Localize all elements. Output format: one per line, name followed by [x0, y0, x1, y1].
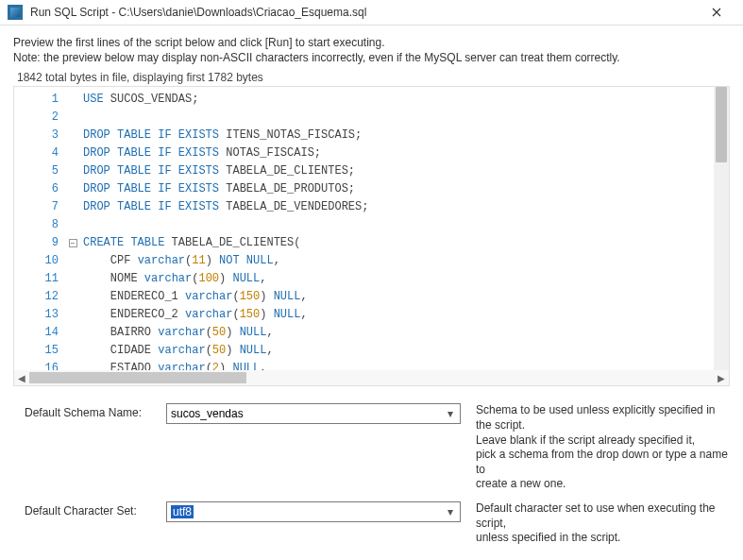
chevron-down-icon: ▾ — [443, 504, 458, 519]
preview-note: Preview the first lines of the script be… — [13, 35, 730, 65]
fold-row — [66, 270, 79, 288]
line-number: 14 — [14, 324, 59, 342]
titlebar: Run SQL Script - C:\Users\danie\Download… — [0, 0, 743, 25]
line-number: 6 — [14, 180, 59, 198]
charset-row: Default Character Set: utf8 ▾ Default ch… — [25, 501, 730, 546]
schema-select-value: sucos_vendas — [171, 407, 244, 420]
fold-toggle-icon[interactable]: − — [69, 239, 77, 247]
dialog-buttons: Run Cancel — [0, 555, 743, 560]
line-number: 11 — [14, 270, 59, 288]
code-line: BAIRRO varchar(50) NULL, — [83, 324, 714, 342]
fold-row: − — [66, 234, 79, 252]
schema-label: Default Schema Name: — [25, 403, 166, 419]
line-number: 5 — [14, 162, 59, 180]
sql-preview-editor: 12345678910111213141516 − USE SUCOS_VEND… — [13, 86, 730, 386]
chevron-down-icon: ▾ — [443, 406, 458, 421]
charset-label: Default Character Set: — [25, 501, 166, 518]
code-line: CREATE TABLE TABELA_DE_CLIENTES( — [83, 234, 714, 252]
line-number: 12 — [14, 288, 59, 306]
fold-row — [66, 216, 79, 234]
fold-row — [66, 127, 79, 144]
fold-row — [66, 306, 79, 324]
line-number: 10 — [14, 252, 59, 270]
byte-info: 1842 total bytes in file, displaying fir… — [13, 71, 730, 84]
code-line: DROP TABLE IF EXISTS NOTAS_FISCAIS; — [83, 144, 714, 162]
code-line: CIDADE varchar(50) NULL, — [83, 342, 714, 360]
fold-row — [66, 198, 79, 216]
line-number: 9 — [14, 234, 59, 252]
code-line — [83, 109, 714, 127]
note-line-2: Note: the preview below may display non-… — [13, 50, 730, 65]
window-title: Run SQL Script - C:\Users\danie\Download… — [30, 6, 698, 19]
line-number: 15 — [14, 342, 59, 360]
app-icon — [8, 5, 23, 20]
charset-select[interactable]: utf8 ▾ — [166, 501, 461, 522]
line-number-gutter: 12345678910111213141516 — [14, 87, 66, 370]
fold-column: − — [66, 87, 79, 370]
fold-row — [66, 324, 79, 342]
horizontal-scrollbar[interactable]: ◀ ▶ — [14, 370, 729, 385]
code-line: ENDERECO_2 varchar(150) NULL, — [83, 306, 714, 324]
charset-help: Default character set to use when execut… — [461, 501, 730, 546]
line-number: 16 — [14, 360, 59, 370]
scroll-right-arrow[interactable]: ▶ — [714, 370, 729, 385]
code-line: ENDERECO_1 varchar(150) NULL, — [83, 288, 714, 306]
fold-row — [66, 91, 79, 109]
code-line: DROP TABLE IF EXISTS TABELA_DE_CLIENTES; — [83, 162, 714, 180]
line-number: 7 — [14, 198, 59, 216]
line-number: 13 — [14, 306, 59, 324]
code-line: NOME varchar(100) NULL, — [83, 270, 714, 288]
code-line: DROP TABLE IF EXISTS TABELA_DE_VENDEDORE… — [83, 198, 714, 216]
schema-row: Default Schema Name: sucos_vendas ▾ Sche… — [25, 403, 730, 492]
note-line-1: Preview the first lines of the script be… — [13, 35, 730, 50]
form-area: Default Schema Name: sucos_vendas ▾ Sche… — [13, 386, 730, 554]
dialog-content: Preview the first lines of the script be… — [0, 25, 743, 555]
fold-row — [66, 360, 79, 370]
code-line: USE SUCOS_VENDAS; — [83, 91, 714, 109]
close-button[interactable] — [698, 0, 735, 25]
code-line: CPF varchar(11) NOT NULL, — [83, 252, 714, 270]
code-line — [83, 216, 714, 234]
vertical-scrollbar[interactable] — [714, 87, 729, 370]
fold-row — [66, 109, 79, 127]
schema-help: Schema to be used unless explicitly spec… — [461, 403, 730, 492]
line-number: 4 — [14, 144, 59, 162]
code-line: ESTADO varchar(2) NULL, — [83, 360, 714, 370]
fold-row — [66, 252, 79, 270]
fold-row — [66, 162, 79, 180]
fold-row — [66, 180, 79, 198]
code-line: DROP TABLE IF EXISTS ITENS_NOTAS_FISCAIS… — [83, 127, 714, 144]
scroll-left-arrow[interactable]: ◀ — [14, 370, 29, 385]
line-number: 8 — [14, 216, 59, 234]
fold-row — [66, 288, 79, 306]
close-icon — [712, 8, 721, 17]
horizontal-scrollbar-track[interactable] — [29, 370, 714, 385]
fold-row — [66, 144, 79, 162]
line-number: 1 — [14, 91, 59, 109]
fold-row — [66, 342, 79, 360]
schema-select[interactable]: sucos_vendas ▾ — [166, 403, 461, 424]
charset-select-value: utf8 — [171, 505, 194, 518]
horizontal-scrollbar-thumb[interactable] — [29, 372, 246, 383]
code-line: DROP TABLE IF EXISTS TABELA_DE_PRODUTOS; — [83, 180, 714, 198]
line-number: 2 — [14, 109, 59, 127]
code-area[interactable]: USE SUCOS_VENDAS; DROP TABLE IF EXISTS I… — [79, 87, 714, 370]
line-number: 3 — [14, 127, 59, 144]
vertical-scrollbar-thumb[interactable] — [716, 87, 727, 162]
